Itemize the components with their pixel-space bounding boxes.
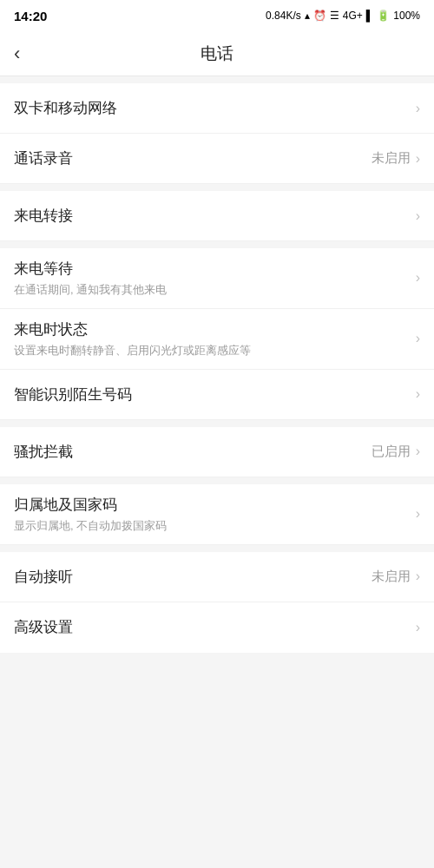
menu-item-title-attribution: 归属地及国家码 <box>14 495 416 516</box>
menu-item-title-advanced-settings: 高级设置 <box>14 617 416 638</box>
menu-item-dual-sim[interactable]: 双卡和移动网络› <box>0 83 434 134</box>
chevron-right-icon: › <box>416 386 420 402</box>
menu-item-title-call-forwarding: 来电转接 <box>14 206 416 227</box>
signal-icon: ☰ <box>330 10 339 22</box>
menu-item-smart-identify[interactable]: 智能识别陌生号码› <box>0 370 434 420</box>
menu-item-incoming-status[interactable]: 来电时状态设置来电时翻转静音、启用闪光灯或距离感应等› <box>0 309 434 370</box>
menu-item-call-forwarding[interactable]: 来电转接› <box>0 191 434 241</box>
menu-item-subtitle-attribution: 显示归属地, 不自动加拨国家码 <box>14 518 416 534</box>
battery-level: 100% <box>393 10 420 22</box>
menu-item-subtitle-incoming-status: 设置来电时翻转静音、启用闪光灯或距离感应等 <box>14 343 416 358</box>
menu-item-harassment-block[interactable]: 骚扰拦截已启用› <box>0 427 434 477</box>
status-bar: 14:20 0.84K/s ▴ ⏰ ☰ 4G+ ▌ 🔋 100% <box>0 0 434 31</box>
status-time: 14:20 <box>14 9 47 23</box>
menu-item-title-incoming-status: 来电时状态 <box>14 319 416 340</box>
signal-bars: ▌ <box>366 10 374 22</box>
chevron-right-icon: › <box>416 620 420 635</box>
menu-item-title-call-recording: 通话录音 <box>14 148 372 169</box>
menu-item-title-call-waiting: 来电等待 <box>14 259 416 279</box>
menu-item-advanced-settings[interactable]: 高级设置› <box>0 602 434 653</box>
menu-item-attribution[interactable]: 归属地及国家码显示归属地, 不自动加拨国家码› <box>0 484 434 545</box>
bluetooth-icon: ▴ <box>305 10 310 22</box>
menu-item-status-harassment-block: 已启用 <box>372 444 411 460</box>
menu-item-subtitle-call-waiting: 在通话期间, 通知我有其他来电 <box>14 282 416 298</box>
menu-item-status-auto-answer: 未启用 <box>372 569 411 585</box>
page-header: ‹ 电话 <box>0 31 434 76</box>
network-speed: 0.84K/s <box>266 10 301 22</box>
menu-item-title-harassment-block: 骚扰拦截 <box>14 442 372 463</box>
network-type: 4G+ <box>343 10 363 22</box>
menu-item-call-waiting[interactable]: 来电等待在通话期间, 通知我有其他来电› <box>0 248 434 309</box>
chevron-right-icon: › <box>416 270 420 286</box>
battery-icon: 🔋 <box>377 10 390 22</box>
page-title: 电话 <box>201 43 233 65</box>
alarm-icon: ⏰ <box>313 10 326 22</box>
chevron-right-icon: › <box>416 101 420 116</box>
section-divider <box>0 241 434 248</box>
chevron-right-icon: › <box>416 506 420 522</box>
chevron-right-icon: › <box>416 444 420 459</box>
chevron-right-icon: › <box>416 569 420 584</box>
status-icons: 0.84K/s ▴ ⏰ ☰ 4G+ ▌ 🔋 100% <box>266 10 420 22</box>
chevron-right-icon: › <box>416 331 420 346</box>
menu-item-auto-answer[interactable]: 自动接听未启用› <box>0 552 434 602</box>
menu-list: 双卡和移动网络›通话录音未启用›来电转接›来电等待在通话期间, 通知我有其他来电… <box>0 83 434 653</box>
section-divider <box>0 545 434 552</box>
section-divider <box>0 184 434 191</box>
menu-item-title-dual-sim: 双卡和移动网络 <box>14 98 416 119</box>
section-divider <box>0 477 434 484</box>
menu-item-title-auto-answer: 自动接听 <box>14 567 372 588</box>
back-button[interactable]: ‹ <box>14 44 27 63</box>
chevron-right-icon: › <box>416 208 420 224</box>
chevron-right-icon: › <box>416 151 420 167</box>
section-divider <box>0 420 434 427</box>
menu-item-title-smart-identify: 智能识别陌生号码 <box>14 385 416 405</box>
menu-item-status-call-recording: 未启用 <box>372 150 411 167</box>
menu-item-call-recording[interactable]: 通话录音未启用› <box>0 134 434 184</box>
